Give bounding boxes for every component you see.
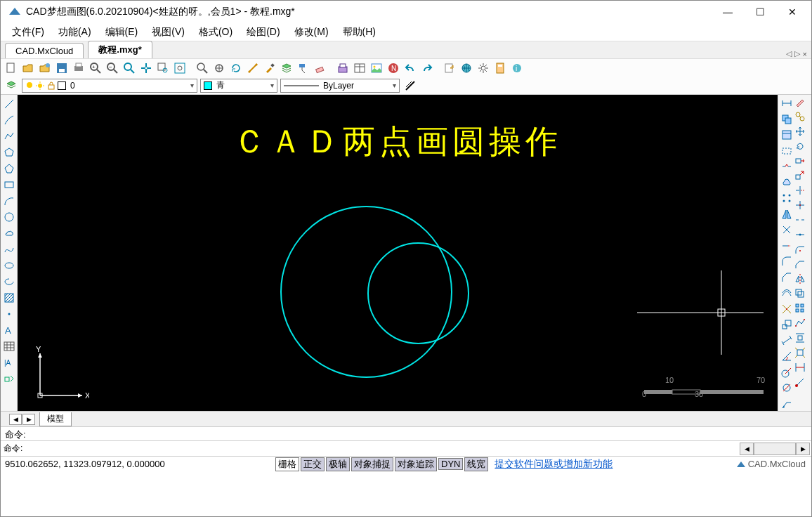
explode-icon[interactable] [778, 302, 794, 317]
new-icon[interactable] [4, 60, 19, 76]
menu-view[interactable]: 视图(V) [145, 25, 192, 40]
array-icon[interactable] [778, 191, 794, 206]
stretch-icon[interactable] [794, 155, 811, 169]
mirror2-icon[interactable] [794, 273, 811, 287]
leader-icon[interactable] [778, 397, 794, 412]
zoom-out-icon[interactable]: − [105, 60, 120, 76]
break-icon[interactable] [778, 159, 794, 174]
zoom-extents-icon[interactable] [122, 60, 137, 76]
properties-icon[interactable] [778, 128, 794, 143]
zoom-window-icon[interactable] [155, 60, 171, 76]
zoom-realtime-icon[interactable] [211, 60, 227, 76]
lineweight-toggle[interactable]: 线宽 [464, 457, 488, 471]
feedback-link[interactable]: 提交软件问题或增加新功能 [495, 458, 613, 471]
rectangle-icon[interactable] [1, 177, 17, 192]
calc-icon[interactable] [492, 60, 508, 76]
globe-icon[interactable] [459, 60, 474, 76]
mirror-icon[interactable] [778, 207, 794, 222]
line-icon[interactable] [1, 96, 17, 111]
layer-dropdown[interactable]: 0 ▾ [22, 79, 197, 93]
zoom-all-icon[interactable] [172, 60, 188, 76]
osnap-toggle[interactable]: 对象捕捉 [351, 457, 393, 471]
lengthen-icon[interactable] [794, 362, 811, 375]
tab-tutorial[interactable]: 教程.mxg* [88, 41, 152, 58]
trim-icon[interactable] [778, 223, 794, 237]
insert-icon[interactable] [1, 371, 17, 386]
revcloud-icon[interactable] [1, 225, 17, 240]
pedit-icon[interactable] [794, 318, 811, 331]
dim-radius-icon[interactable] [778, 365, 794, 380]
tab-close-icon[interactable]: × [803, 50, 807, 58]
circle-icon[interactable] [1, 209, 17, 224]
measure-icon[interactable] [245, 60, 261, 76]
offset2-icon[interactable] [794, 288, 811, 301]
scroll-left-button[interactable]: ◀ [740, 443, 754, 455]
menu-modify[interactable]: 修改(M) [287, 25, 336, 40]
close-button[interactable]: ✕ [776, 1, 808, 23]
eraser-icon[interactable] [313, 60, 328, 76]
table-tool-icon[interactable] [1, 339, 17, 353]
fillet-icon[interactable] [778, 254, 794, 269]
extend2-icon[interactable] [794, 199, 811, 213]
point-icon[interactable] [1, 306, 17, 321]
block-icon[interactable] [335, 60, 351, 76]
tab-prev-icon[interactable]: ◁ [786, 49, 792, 58]
mtext-icon[interactable]: |A [1, 355, 17, 369]
export-icon[interactable] [442, 60, 457, 76]
rotate-icon[interactable] [794, 140, 811, 154]
scale-icon[interactable] [778, 318, 794, 332]
table-icon[interactable] [352, 60, 367, 76]
grid-toggle[interactable]: 栅格 [275, 457, 299, 471]
ellipse-arc-icon[interactable] [1, 274, 17, 289]
layer-manager-icon[interactable] [4, 78, 19, 93]
extend-icon[interactable] [778, 239, 794, 254]
hatch-icon[interactable] [1, 290, 17, 305]
color-dropdown[interactable]: 青 ▾ [200, 79, 277, 93]
print-icon[interactable] [71, 60, 86, 76]
layout-next-button[interactable]: ▶ [22, 414, 35, 425]
layer-stack-icon[interactable] [279, 60, 294, 76]
fillet2-icon[interactable] [794, 244, 811, 257]
lineweight-icon[interactable] [402, 78, 418, 93]
purge-icon[interactable] [794, 377, 811, 390]
scroll-thumb[interactable] [754, 443, 796, 455]
layout-prev-button[interactable]: ◀ [9, 414, 22, 425]
menu-edit[interactable]: 编辑(E) [98, 25, 145, 40]
menu-file[interactable]: 文件(F) [5, 25, 51, 40]
join-icon[interactable] [794, 229, 811, 242]
undo-icon[interactable] [402, 60, 418, 76]
drawing-canvas[interactable]: ＣＡＤ两点画圆操作 X Y 10 70 [18, 95, 778, 411]
pan-icon[interactable] [138, 60, 154, 76]
menu-format[interactable]: 格式(O) [192, 25, 240, 40]
erase-icon[interactable] [794, 96, 811, 110]
zoom-prev-icon[interactable] [195, 60, 210, 76]
spline-icon[interactable] [1, 242, 17, 256]
help-icon[interactable]: N [386, 60, 401, 76]
polygon-icon[interactable] [1, 145, 17, 159]
align-icon[interactable] [794, 332, 811, 346]
arc-icon[interactable] [1, 193, 17, 208]
break2-icon[interactable] [794, 214, 811, 228]
settings-icon[interactable] [476, 60, 491, 76]
trim2-icon[interactable] [794, 185, 811, 198]
menu-draw[interactable]: 绘图(D) [240, 25, 287, 40]
tab-next-icon[interactable]: ▷ [794, 49, 800, 58]
info-icon[interactable]: i [509, 60, 525, 76]
chamfer-icon[interactable] [778, 270, 794, 285]
brush-icon[interactable] [262, 60, 277, 76]
model-tab[interactable]: 模型 [39, 412, 72, 426]
array2-icon[interactable] [794, 303, 811, 316]
text-icon[interactable]: A [1, 322, 17, 337]
zoom-in-icon[interactable]: + [88, 60, 103, 76]
save-icon[interactable] [54, 60, 70, 76]
copy-icon[interactable] [778, 112, 794, 127]
maximize-button[interactable]: ☐ [744, 1, 776, 23]
move-icon[interactable] [794, 126, 811, 139]
menu-help[interactable]: 帮助(H) [336, 25, 383, 40]
offset-icon[interactable] [778, 286, 794, 301]
dim-aligned-icon[interactable] [778, 334, 794, 348]
dim-diameter-icon[interactable] [778, 381, 794, 395]
paint-icon[interactable] [296, 60, 311, 76]
cloud-icon[interactable] [778, 176, 794, 190]
explode2-icon[interactable] [794, 347, 811, 360]
